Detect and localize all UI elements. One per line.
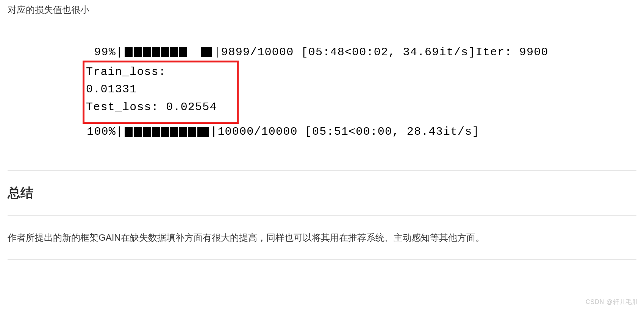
progress-percent: 100%: [83, 124, 116, 140]
divider: [8, 259, 636, 260]
bar-cell-empty: [188, 47, 200, 57]
bar-cell: [179, 47, 187, 57]
progress-percent: 99%: [83, 44, 116, 61]
bar-delim-open: |: [116, 124, 123, 140]
bar-cell: [170, 47, 178, 57]
bar-cell: [161, 47, 169, 57]
bar-cell: [134, 127, 142, 137]
bar-cell: [179, 127, 187, 137]
bar-cell: [188, 127, 196, 137]
paragraph-text: 对应的损失值也很小: [8, 2, 636, 18]
divider: [8, 170, 636, 171]
progress-line-1: 99% | | 9899/10000 [05:48<00:02, 34.69it…: [83, 44, 636, 61]
highlighted-loss-box: Train_loss: 0.01331 Test_loss: 0.02554: [83, 61, 239, 124]
bar-cell: [201, 47, 212, 57]
bar-cell: [134, 47, 142, 57]
progress-bar-1: [125, 47, 212, 57]
section-heading: 总结: [8, 184, 636, 202]
progress-stats: 9899/10000 [05:48<00:02, 34.69it/s]Iter:…: [221, 44, 548, 61]
bar-cell: [143, 127, 151, 137]
progress-line-2: 100% | | 10000/10000 [05:51<00:00, 28.43…: [83, 124, 636, 140]
bar-delim-close: |: [214, 44, 221, 61]
code-output-figure: 99% | | 9899/10000 [05:48<00:02, 34.69it…: [83, 44, 636, 140]
paragraph-text: 作者所提出的新的框架GAIN在缺失数据填补方面有很大的提高，同样也可以将其用在推…: [8, 229, 636, 246]
bar-cell: [152, 47, 160, 57]
bar-cell: [152, 127, 160, 137]
bar-cell: [143, 47, 151, 57]
progress-bar-2: [125, 127, 209, 137]
bar-delim-close: |: [210, 124, 217, 140]
bar-cell: [125, 127, 133, 137]
bar-cell: [161, 127, 169, 137]
divider: [8, 215, 636, 216]
progress-stats: 10000/10000 [05:51<00:00, 28.43it/s]: [217, 124, 479, 140]
bar-delim-open: |: [116, 44, 123, 61]
bar-cell: [125, 47, 133, 57]
train-loss-line: Train_loss: 0.01331: [86, 63, 218, 98]
bar-cell: [170, 127, 178, 137]
test-loss-line: Test_loss: 0.02554: [86, 98, 218, 116]
bar-cell: [197, 127, 209, 137]
